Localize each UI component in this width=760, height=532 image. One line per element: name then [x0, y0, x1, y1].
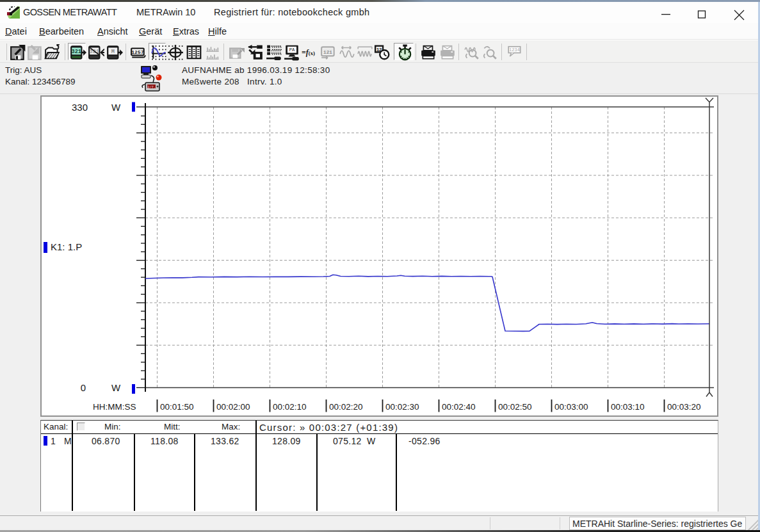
svg-text:2/7.: 2/7. — [147, 85, 156, 90]
svg-text:00:03:00: 00:03:00 — [554, 402, 588, 412]
svg-text:00:02:10: 00:02:10 — [273, 402, 307, 412]
svg-text:321: 321 — [71, 49, 81, 55]
svg-text:0: 0 — [81, 382, 86, 393]
svg-text:PA: PA — [289, 47, 295, 52]
svg-text:HH:MM:SS: HH:MM:SS — [93, 402, 136, 412]
svg-text:W: W — [111, 382, 121, 393]
svg-text:121: 121 — [323, 50, 332, 55]
svg-text:W: W — [111, 102, 121, 113]
svg-text:00:02:40: 00:02:40 — [442, 402, 476, 412]
svg-text:00:03:20: 00:03:20 — [667, 402, 701, 412]
svg-text:00:02:30: 00:02:30 — [385, 402, 419, 412]
svg-text:00:02:20: 00:02:20 — [329, 402, 363, 412]
svg-text:00:01:50: 00:01:50 — [160, 402, 194, 412]
svg-text:330: 330 — [72, 102, 88, 113]
svg-text:00:02:00: 00:02:00 — [216, 402, 250, 412]
svg-text:K1: 1.P: K1: 1.P — [51, 241, 82, 252]
svg-text:00:02:50: 00:02:50 — [498, 402, 532, 412]
svg-text:00:03:10: 00:03:10 — [611, 402, 645, 412]
svg-text:=f(x): =f(x) — [302, 48, 315, 57]
svg-text:M: M — [111, 49, 115, 55]
svg-text:1257: 1257 — [131, 49, 144, 55]
svg-text:1234: 1234 — [509, 47, 520, 52]
